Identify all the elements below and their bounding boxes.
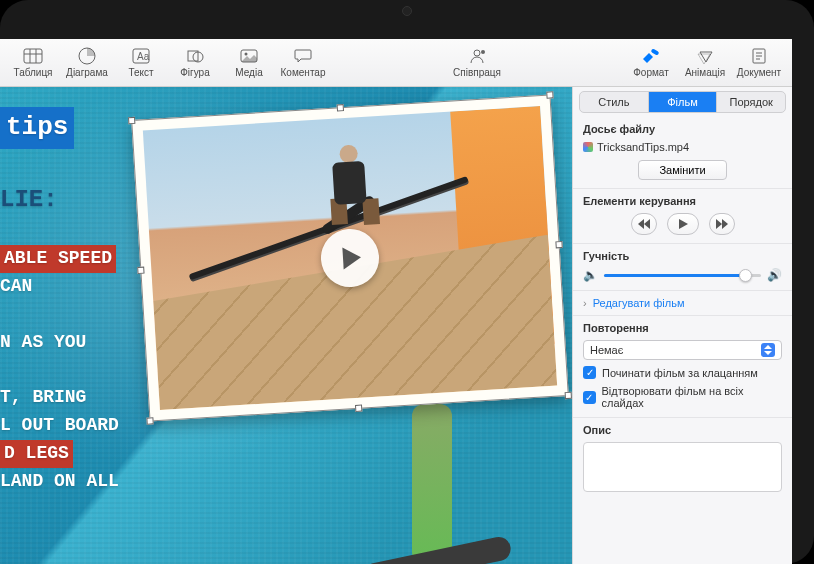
resize-handle[interactable] [137, 267, 144, 274]
file-type-icon [583, 142, 593, 152]
document-icon [747, 47, 771, 65]
table-icon [21, 47, 45, 65]
resize-handle[interactable] [565, 392, 572, 399]
toolbar-collab-button[interactable]: Співпраця [450, 41, 504, 85]
checkbox-checked-icon: ✓ [583, 366, 596, 379]
svg-point-11 [474, 50, 480, 56]
toolbar-text-button[interactable]: Aa Текст [114, 41, 168, 85]
toolbar: Таблиця Діаграма Aa Текст Фігура Медіа [0, 39, 792, 87]
resize-handle[interactable] [128, 117, 135, 124]
volume-section: Гучність 🔈 🔊 [573, 244, 792, 291]
svg-marker-22 [679, 219, 688, 229]
resize-handle[interactable] [555, 241, 562, 248]
slide-title: tips [0, 107, 74, 149]
file-badge: TricksandTips.mp4 [583, 141, 689, 153]
description-textarea[interactable] [583, 442, 782, 492]
section-heading: Досьє файлу [583, 123, 782, 135]
toolbar-document-button[interactable]: Документ [732, 41, 786, 85]
toolbar-table-button[interactable]: Таблиця [6, 41, 60, 85]
volume-min-icon: 🔈 [583, 268, 598, 282]
skateboard-graphic [382, 394, 492, 564]
tab-style[interactable]: Стиль [580, 92, 649, 112]
controls-section: Елементи керування [573, 189, 792, 244]
toolbar-chart-button[interactable]: Діаграма [60, 41, 114, 85]
text-icon: Aa [129, 47, 153, 65]
svg-marker-23 [716, 219, 722, 229]
checkbox-checked-icon: ✓ [583, 391, 596, 404]
toolbar-label: Коментар [281, 67, 326, 78]
description-section: Опис [573, 418, 792, 502]
shape-icon [183, 47, 207, 65]
section-heading: Гучність [583, 250, 782, 262]
repeat-section: Повторення Немає ✓ Починати фільм за кла… [573, 316, 792, 418]
play-button[interactable] [667, 213, 699, 235]
camera-notch [402, 6, 412, 16]
toolbar-shape-button[interactable]: Фігура [168, 41, 222, 85]
toolbar-label: Анімація [685, 67, 725, 78]
format-icon [639, 47, 663, 65]
inspector-panel: Стиль Фільм Порядок Досьє файлу Tricksan… [572, 87, 792, 564]
filename-label: TricksandTips.mp4 [597, 141, 689, 153]
slide-subtitle: LIE: [0, 181, 58, 218]
media-icon [237, 47, 261, 65]
slide-canvas[interactable]: tips LIE: ABLE SPEED CAN N AS YOU T, BRI… [0, 87, 572, 564]
svg-marker-21 [644, 219, 650, 229]
checkbox-label: Відтворювати фільм на всіх слайдах [602, 385, 782, 409]
toolbar-label: Документ [737, 67, 781, 78]
toolbar-label: Медіа [235, 67, 262, 78]
slide-body-text: ABLE SPEED CAN N AS YOU T, BRINGL OUT BO… [0, 245, 119, 496]
volume-max-icon: 🔊 [767, 268, 782, 282]
checkbox-label: Починати фільм за клацанням [602, 367, 758, 379]
collab-icon [465, 47, 489, 65]
toolbar-label: Співпраця [453, 67, 501, 78]
section-heading: Опис [583, 424, 782, 436]
svg-point-10 [245, 53, 248, 56]
toolbar-label: Формат [633, 67, 669, 78]
tab-movie[interactable]: Фільм [649, 92, 718, 112]
tab-arrange[interactable]: Порядок [717, 92, 785, 112]
toolbar-animate-button[interactable]: Анімація [678, 41, 732, 85]
toolbar-label: Текст [128, 67, 153, 78]
animate-icon [693, 47, 717, 65]
toolbar-right-group: Формат Анімація Документ [624, 41, 786, 85]
repeat-value: Немає [590, 344, 623, 356]
svg-rect-0 [24, 49, 42, 63]
svg-text:Aa: Aa [137, 51, 150, 62]
volume-slider[interactable] [604, 274, 761, 277]
section-heading: Елементи керування [583, 195, 782, 207]
toolbar-left-group: Таблиця Діаграма Aa Текст Фігура Медіа [6, 41, 330, 85]
toolbar-label: Таблиця [13, 67, 52, 78]
toolbar-label: Діаграма [66, 67, 108, 78]
chart-icon [75, 47, 99, 65]
svg-marker-20 [638, 219, 644, 229]
toolbar-format-button[interactable]: Формат [624, 41, 678, 85]
replace-button[interactable]: Замінити [638, 160, 726, 180]
resize-handle[interactable] [146, 417, 153, 424]
rewind-button[interactable] [631, 213, 657, 235]
select-arrows-icon [761, 343, 775, 357]
resize-handle[interactable] [546, 91, 553, 98]
toolbar-comment-button[interactable]: Коментар [276, 41, 330, 85]
toolbar-label: Фігура [180, 67, 209, 78]
chevron-right-icon: › [583, 297, 587, 309]
comment-icon [291, 47, 315, 65]
svg-point-12 [481, 50, 485, 54]
resize-handle[interactable] [355, 405, 362, 412]
video-object[interactable] [131, 94, 569, 421]
resize-handle[interactable] [337, 104, 344, 111]
edit-movie-label: Редагувати фільм [593, 297, 685, 309]
checkbox-play-all-slides[interactable]: ✓ Відтворювати фільм на всіх слайдах [583, 385, 782, 409]
highlight-text: tips [0, 107, 74, 149]
file-section: Досьє файлу TricksandTips.mp4 Замінити [573, 117, 792, 189]
inspector-tabs: Стиль Фільм Порядок [579, 91, 786, 113]
section-heading: Повторення [583, 322, 782, 334]
checkbox-start-on-click[interactable]: ✓ Починати фільм за клацанням [583, 366, 782, 379]
edit-movie-disclosure[interactable]: › Редагувати фільм [573, 291, 792, 316]
svg-marker-24 [722, 219, 728, 229]
svg-rect-13 [651, 48, 660, 55]
repeat-select[interactable]: Немає [583, 340, 782, 360]
toolbar-media-button[interactable]: Медіа [222, 41, 276, 85]
forward-button[interactable] [709, 213, 735, 235]
